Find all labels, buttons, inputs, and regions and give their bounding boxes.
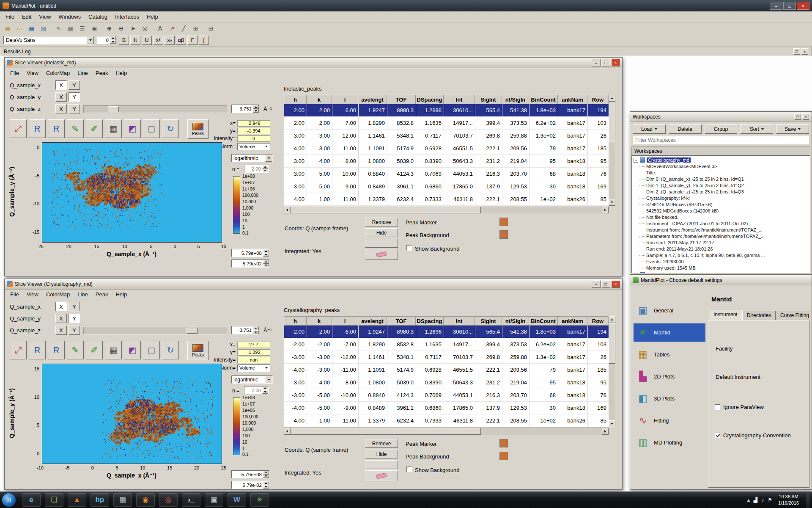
category-general[interactable]: ▣ General (634, 301, 705, 320)
peak-row[interactable]: -4.00-3.00-11.001.10915174.90.692846551.… (284, 364, 609, 376)
load-button[interactable]: Load (633, 124, 666, 134)
table-vertical-scrollbar[interactable] (609, 316, 615, 427)
y-axis-button[interactable]: Y (69, 314, 80, 323)
y-axis-button[interactable]: Y (69, 302, 80, 311)
integral-button[interactable]: ∫ (199, 36, 209, 45)
y-axis-button[interactable]: Y (69, 80, 80, 90)
peak-marker-color-swatch[interactable] (499, 439, 508, 447)
peak-region-alt-icon[interactable]: R (48, 119, 65, 138)
menu-item[interactable]: View (23, 68, 42, 78)
peak-row[interactable]: 3.005.009.000.84893961.10.686017865.0137… (284, 180, 609, 193)
add-text-icon[interactable]: A (155, 23, 165, 33)
slider-thumb[interactable] (108, 106, 119, 112)
checkbox-icon[interactable] (715, 404, 720, 410)
close-button[interactable]: × (611, 59, 620, 66)
workspace-detail-line[interactable]: Events: 29293000 (634, 259, 810, 265)
slice-plot-canvas[interactable] (42, 364, 222, 464)
menu-item[interactable]: Edit (18, 12, 35, 22)
open-project-icon[interactable]: ▭ (14, 23, 25, 33)
save-project-icon[interactable]: ▦ (26, 23, 37, 33)
filter-workspaces-field[interactable] (633, 136, 809, 144)
peak-row[interactable]: -2.00-2.00-6.001.92478980.31.269630610..… (284, 326, 609, 338)
close-button[interactable]: × (611, 280, 620, 288)
magnifier-icon[interactable]: ◎ (140, 23, 150, 33)
peaks-overlay-button[interactable]: Peaks (187, 341, 208, 360)
peak-row[interactable]: -3.00-3.00-12.001.14615348.10.711770103.… (284, 351, 609, 364)
peak-marker-color-swatch[interactable] (499, 218, 508, 226)
workspace-detail-line[interactable]: Memory used: 1545 MB (634, 265, 810, 271)
line-cut-icon[interactable]: ✎ (67, 119, 84, 138)
zoom-reset-icon[interactable]: ⤢ (10, 341, 27, 359)
peak-row[interactable]: -2.00-2.00-7.001.82908532.81.163514917..… (284, 338, 609, 351)
table-horizontal-scrollbar[interactable] (284, 207, 609, 213)
hide-peak-button[interactable]: Hide (365, 228, 398, 237)
hp-icon[interactable]: hp (91, 493, 109, 507)
delete-button[interactable]: Delete (669, 124, 702, 134)
start-button[interactable]: ⊞ (2, 493, 16, 507)
collapse-icon[interactable] (634, 158, 638, 163)
media-player-icon[interactable]: ▲ (68, 493, 86, 507)
zoom-out-icon[interactable]: ⊖ (116, 23, 126, 33)
peak-region-alt-icon[interactable]: R (48, 341, 65, 359)
menu-item[interactable]: Catalog (85, 12, 111, 22)
draw-arrow-icon[interactable]: ↗ (167, 23, 177, 33)
workspaces-panel-titlebar[interactable]: Workspaces □ × (630, 112, 812, 122)
underline-button[interactable]: U (142, 36, 152, 45)
category-3d-plots[interactable]: ◧ 3D Plots (634, 389, 705, 408)
colormap-scale-select[interactable]: logarithmic (231, 154, 273, 162)
group-button[interactable]: Group (705, 124, 738, 134)
maximize-button[interactable]: □ (783, 2, 796, 10)
hide-peak-button[interactable]: Hide (365, 450, 398, 458)
line-overlay-icon[interactable]: ✐ (86, 119, 103, 138)
window-titlebar[interactable]: Slice Viewer (Crystallography_md) – □ × (5, 279, 622, 290)
workspace-detail-line[interactable]: Instrument: TOPAZ (2011-Jan-01 to 2011-O… (634, 221, 810, 227)
peak-row[interactable]: -4.00-1.00-11.001.33796232.40.733346311.… (284, 414, 609, 427)
peak-region-icon[interactable]: R (29, 119, 46, 138)
clear-peaks-button[interactable] (365, 470, 398, 481)
calculator-icon[interactable]: ▦ (113, 493, 132, 507)
workspace-detail-line[interactable]: Dim 2: (Q_sample_z) -25 to 25 in 2 bins.… (634, 189, 810, 195)
x-axis-button[interactable]: X (55, 80, 67, 90)
close-panel-icon[interactable]: × (802, 113, 809, 120)
category-md-plotting[interactable]: ▥ MD Plotting (634, 433, 705, 452)
rebin-mode-icon[interactable]: ◩ (124, 341, 141, 359)
x-axis-button[interactable]: X (55, 302, 67, 311)
superscript-button[interactable]: x² (153, 36, 163, 45)
settings-tab[interactable]: Curve Fitting (776, 311, 810, 320)
menu-item[interactable]: Peak (92, 290, 112, 299)
putty-icon[interactable]: ▣ (205, 493, 223, 507)
peak-row[interactable]: -3.00-5.00-10.000.88404124.30.706944053.… (284, 389, 609, 402)
menu-item[interactable]: Help (112, 290, 131, 299)
file-explorer-icon[interactable]: ❏ (45, 493, 63, 507)
slider-thumb[interactable] (187, 328, 198, 334)
remove-peak-button[interactable]: Remove (365, 218, 398, 226)
peak-background-color-swatch[interactable] (499, 452, 508, 460)
show-desktop-button[interactable] (806, 491, 810, 508)
colormap-scale-select[interactable]: logarithmic (231, 375, 273, 384)
hidden-icons-icon[interactable]: ▴ (747, 497, 750, 503)
menu-item[interactable]: Help (112, 68, 131, 78)
word-icon[interactable]: W (228, 493, 246, 507)
x-axis-button[interactable]: X (55, 104, 67, 113)
maximize-button[interactable]: □ (601, 59, 610, 66)
tile-windows-icon[interactable]: ⊞ (190, 23, 201, 33)
close-button[interactable]: × (797, 2, 809, 10)
colorbar-max-spinbox[interactable]: 5.79e+08 (231, 470, 269, 478)
workspace-detail-line[interactable]: Instrument from: /home/vel/mantid/instru… (634, 227, 810, 233)
font-select[interactable]: DejaVu Sans (3, 36, 94, 44)
colorbar-min-spinbox[interactable]: 5.79e-02 (231, 260, 269, 268)
rebin-grid-icon[interactable]: ▦ (105, 341, 122, 359)
minimize-button[interactable]: – (592, 59, 601, 66)
menu-item[interactable]: Line (74, 290, 92, 299)
slice-slider[interactable] (83, 105, 227, 113)
workspace-root-item[interactable]: Crystallography_md (634, 157, 810, 163)
peak-row[interactable]: -3.00-4.00-8.001.08005039.00.839050643.3… (284, 376, 609, 389)
pointer-icon[interactable]: ➤ (128, 23, 138, 33)
workspace-detail-line[interactable]: Not file backed. (634, 214, 810, 221)
minimize-button[interactable]: – (770, 2, 782, 10)
sort-button[interactable]: Sort (740, 124, 773, 134)
peak-row[interactable]: 3.005.0010.000.88404124.30.706944053.121… (284, 168, 609, 180)
menu-item[interactable]: Line (74, 68, 92, 78)
action-center-icon[interactable]: ⚑ (768, 497, 772, 503)
expand-icon[interactable] (634, 273, 638, 273)
